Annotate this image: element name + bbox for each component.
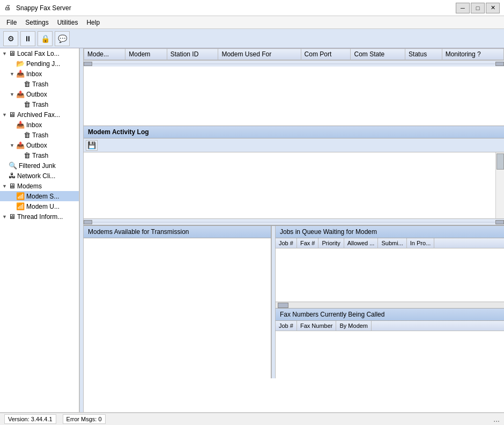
label-archived-fax: Archived Fax... — [17, 111, 60, 119]
menu-item-help[interactable]: Help — [82, 18, 104, 27]
sidebar-item-modems[interactable]: ▼ 🖥 Modems — [0, 181, 79, 191]
jobs-queue-panel: Jobs in Queue Waiting for Modem Job #Fax… — [276, 226, 504, 309]
modem-table: Mode...ModemStation IDModem Used ForCom … — [84, 48, 504, 60]
menu-item-file[interactable]: File — [2, 18, 21, 27]
col-header-comport: Com Port — [301, 49, 351, 60]
pause-toolbar-btn[interactable]: ⏸ — [20, 31, 35, 46]
sidebar-item-outbox-1[interactable]: ▼ 📤 Outbox — [0, 89, 79, 99]
jobs-queue-body — [276, 248, 504, 302]
label-trash-2: Trash — [32, 101, 48, 108]
label-trash-4: Trash — [32, 152, 48, 159]
sidebar-item-inbox-1[interactable]: ▼ 📥 Inbox — [0, 69, 79, 79]
icon-trash-2: 🗑 — [24, 100, 31, 108]
app-icon: 🖨 — [4, 4, 13, 12]
activity-log-hscroll[interactable] — [84, 218, 504, 225]
activity-log-save-btn[interactable]: 💾 — [86, 140, 98, 151]
sidebar-splitter[interactable] — [79, 48, 84, 412]
sidebar-item-pending-j[interactable]: 📂 Pending J... — [0, 58, 79, 69]
activity-log-scrollbar[interactable] — [495, 152, 504, 218]
sidebar-item-modem-u[interactable]: 📶 Modem U... — [0, 201, 79, 211]
sidebar-item-outbox-2[interactable]: ▼ 📤 Outbox — [0, 140, 79, 150]
expand-btn-local-fax-log[interactable]: ▼ — [2, 51, 9, 56]
modems-available-panel: Modems Available for Transmission — [84, 226, 271, 378]
bottom-section: Modems Available for Transmission Jobs i… — [84, 225, 504, 378]
settings-toolbar-btn[interactable]: ⚙ — [3, 31, 18, 46]
expand-btn-outbox-2[interactable]: ▼ — [10, 143, 16, 148]
expand-btn-modems[interactable]: ▼ — [2, 184, 9, 189]
icon-network-cli: 🖧 — [9, 172, 16, 180]
sidebar-item-trash-3[interactable]: 🗑 Trash — [0, 130, 79, 140]
label-local-fax-log: Local Fax Lo... — [17, 50, 60, 57]
icon-archived-fax: 🖥 — [9, 111, 16, 119]
sidebar: ▼ 🖥 Local Fax Lo... 📂 Pending J... ▼ 📥 I… — [0, 48, 79, 412]
icon-filtered-junk: 🔍 — [9, 162, 17, 170]
sidebar-item-modem-s[interactable]: 📶 Modem S... — [0, 191, 79, 201]
expand-btn-archived-fax[interactable]: ▼ — [2, 112, 9, 118]
sidebar-item-thread-inform[interactable]: ▼ 🖥 Thread Inform... — [0, 211, 79, 222]
sidebar-item-inbox-2[interactable]: 📥 Inbox — [0, 120, 79, 130]
menu-item-settings[interactable]: Settings — [21, 18, 53, 27]
jobs-hscroll[interactable] — [276, 302, 504, 308]
jobs-col-job: Job # — [276, 238, 297, 248]
icon-modem-s: 📶 — [16, 192, 25, 200]
jobs-col-submi: Submi... — [378, 238, 406, 248]
col-header-modemusedfor: Modem Used For — [218, 49, 301, 60]
modems-available-header: Modems Available for Transmission — [84, 226, 271, 238]
sidebar-item-trash-2[interactable]: 🗑 Trash — [0, 99, 79, 109]
label-outbox-2: Outbox — [26, 142, 47, 149]
sidebar-item-trash-4[interactable]: 🗑 Trash — [0, 150, 79, 160]
menu-bar: FileSettingsUtilitiesHelp — [0, 16, 504, 29]
col-header-modem: Modem — [125, 49, 167, 60]
label-outbox-1: Outbox — [26, 91, 47, 98]
sidebar-item-archived-fax[interactable]: ▼ 🖥 Archived Fax... — [0, 109, 79, 120]
label-filtered-junk: Filtered Junk — [19, 162, 56, 170]
icon-thread-inform: 🖥 — [9, 213, 16, 221]
maximize-button[interactable]: □ — [471, 3, 485, 13]
info-toolbar-btn[interactable]: 💬 — [55, 31, 70, 46]
icon-inbox-2: 📥 — [16, 121, 25, 129]
icon-outbox-1: 📤 — [16, 90, 25, 98]
close-button[interactable]: ✕ — [486, 3, 500, 13]
activity-log-toolbar: 💾 — [84, 138, 504, 152]
jobs-col-fax: Fax # — [297, 238, 319, 248]
sidebar-item-trash-1[interactable]: 🗑 Trash — [0, 79, 79, 89]
title-bar: 🖨 Snappy Fax Server ─ □ ✕ — [0, 0, 504, 16]
label-pending-j: Pending J... — [26, 60, 60, 68]
label-modem-s: Modem S... — [26, 193, 59, 200]
right-panel: Jobs in Queue Waiting for Modem Job #Fax… — [276, 226, 504, 378]
modems-available-body — [84, 238, 271, 378]
fax-col-faxnumber: Fax Number — [297, 321, 337, 331]
minimize-button[interactable]: ─ — [456, 3, 470, 13]
version-label: Version: 3.44.4.1 — [4, 414, 56, 424]
window-controls: ─ □ ✕ — [456, 3, 500, 13]
expand-btn-thread-inform[interactable]: ▼ — [2, 214, 9, 219]
expand-btn-outbox-1[interactable]: ▼ — [10, 92, 16, 97]
table-hscroll[interactable] — [84, 60, 504, 67]
label-inbox-2: Inbox — [26, 121, 42, 129]
fax-call-header: Fax Numbers Currently Being Called — [276, 309, 504, 321]
app-title: Snappy Fax Server — [16, 4, 456, 12]
sidebar-item-filtered-junk[interactable]: 🔍 Filtered Junk — [0, 160, 79, 171]
fax-call-body — [276, 331, 504, 378]
fax-col-job: Job # — [276, 321, 297, 331]
icon-local-fax-log: 🖥 — [9, 49, 16, 57]
icon-modem-u: 📶 — [16, 202, 25, 210]
fax-call-columns: Job #Fax NumberBy Modem — [276, 321, 504, 331]
icon-inbox-1: 📥 — [16, 70, 25, 78]
sidebar-item-network-cli[interactable]: 🖧 Network Cli... — [0, 171, 79, 181]
jobs-col-allowed: Allowed ... — [344, 238, 379, 248]
expand-btn-inbox-1[interactable]: ▼ — [10, 71, 16, 77]
sidebar-item-local-fax-log[interactable]: ▼ 🖥 Local Fax Lo... — [0, 48, 79, 58]
icon-outbox-2: 📤 — [16, 141, 25, 149]
label-trash-3: Trash — [32, 131, 48, 139]
icon-trash-1: 🗑 — [24, 80, 31, 88]
bottom-splitter[interactable] — [271, 226, 276, 378]
col-header-mode: Mode... — [84, 49, 125, 60]
activity-log-header: Modem Activity Log — [84, 126, 504, 138]
lock-toolbar-btn[interactable]: 🔒 — [38, 31, 53, 46]
label-trash-1: Trash — [32, 80, 48, 88]
label-network-cli: Network Cli... — [17, 172, 55, 180]
jobs-col-inpro: In Pro... — [407, 238, 435, 248]
label-inbox-1: Inbox — [26, 70, 42, 78]
menu-item-utilities[interactable]: Utilities — [53, 18, 83, 27]
